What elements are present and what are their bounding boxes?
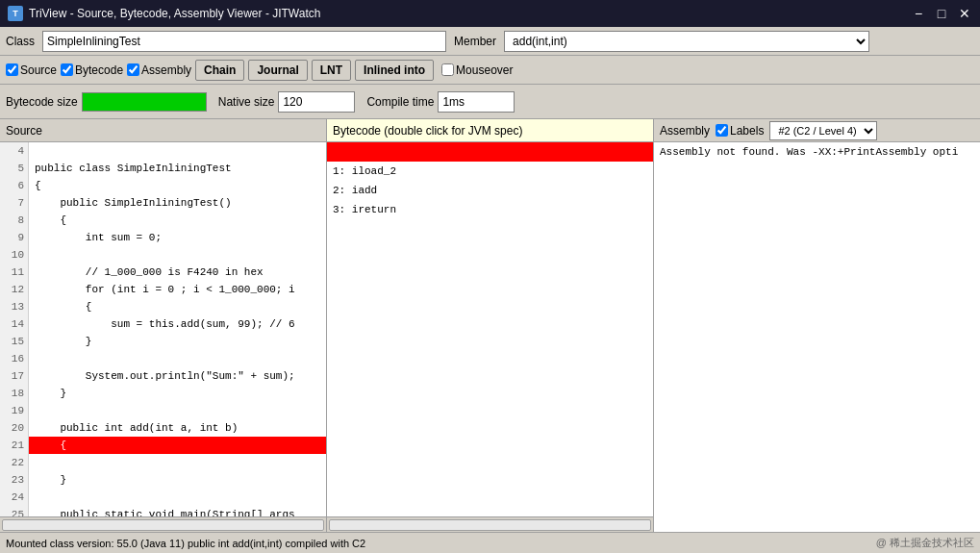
bytecode-size-bar — [83, 93, 206, 111]
source-line[interactable]: 11 // 1_000_000 is F4240 in hex — [0, 264, 326, 281]
source-line[interactable]: 15 } — [0, 333, 326, 350]
bytecode-label: Bytecode — [75, 63, 123, 77]
line-code: } — [29, 471, 66, 489]
title-bar-left: T TriView - Source, Bytecode, Assembly V… — [8, 6, 320, 21]
bytecode-header: Bytecode (double click for JVM spec) — [327, 119, 653, 142]
maximize-button[interactable]: □ — [934, 6, 949, 21]
source-h-scrollbar[interactable] — [0, 516, 326, 532]
line-code — [29, 246, 35, 264]
compile-time-input[interactable] — [438, 91, 515, 113]
line-number: 7 — [0, 194, 29, 212]
line-number: 19 — [0, 402, 29, 419]
source-line[interactable]: 18 } — [0, 385, 326, 402]
labels-checkbox-group: Labels — [716, 124, 764, 138]
line-number: 12 — [0, 281, 29, 298]
native-size-label: Native size — [218, 95, 275, 109]
labels-label: Labels — [730, 124, 764, 138]
source-line[interactable]: 10 — [0, 246, 326, 264]
bytecode-size-group: Bytecode size — [6, 92, 207, 112]
minimize-button[interactable]: − — [911, 6, 926, 21]
line-code: { — [29, 298, 91, 315]
source-line[interactable]: 12 for (int i = 0 ; i < 1_000_000; i — [0, 281, 326, 298]
line-number: 16 — [0, 350, 29, 367]
line-number: 22 — [0, 454, 29, 471]
source-line[interactable]: 14 sum = this.add(sum, 99); // 6 — [0, 315, 326, 333]
line-number: 15 — [0, 333, 29, 350]
bytecode-h-scrollbar[interactable] — [327, 516, 653, 532]
native-size-input[interactable] — [278, 91, 355, 113]
source-line[interactable]: 24 — [0, 489, 326, 506]
assembly-text: Assembly not found. Was -XX:+PrintAssemb… — [660, 146, 958, 158]
line-number: 25 — [0, 506, 29, 516]
line-code: System.out.println("Sum:" + sum); — [29, 367, 295, 385]
line-code: public int add(int a, int b) — [29, 419, 238, 437]
source-h-scrollbar-track — [2, 519, 324, 531]
line-number: 14 — [0, 315, 29, 333]
line-code: { — [29, 437, 66, 454]
source-line[interactable]: 8 { — [0, 212, 326, 229]
source-line[interactable]: 7 public SimpleInliningTest() — [0, 194, 326, 212]
source-line[interactable]: 22 — [0, 454, 326, 471]
level-select[interactable]: #2 (C2 / Level 4) — [769, 121, 877, 140]
bytecode-line[interactable] — [327, 142, 653, 162]
assembly-checkbox[interactable] — [127, 63, 139, 76]
source-checkbox-group: Source — [6, 63, 57, 77]
bytecode-line[interactable]: 3: ireturn — [327, 200, 653, 219]
native-size-group: Native size — [218, 91, 356, 113]
line-number: 13 — [0, 298, 29, 315]
source-line[interactable]: 23 } — [0, 471, 326, 489]
source-line[interactable]: 13 { — [0, 298, 326, 315]
class-label: Class — [6, 35, 35, 48]
bytecode-checkbox[interactable] — [61, 63, 73, 76]
line-code: int sum = 0; — [29, 229, 162, 246]
source-content[interactable]: 45public class SimpleInliningTest6{7 pub… — [0, 142, 326, 516]
line-number: 10 — [0, 246, 29, 264]
bytecode-content[interactable]: 1: iload_22: iadd3: ireturn — [327, 142, 653, 516]
source-header: Source — [0, 119, 326, 142]
assembly-content[interactable]: Assembly not found. Was -XX:+PrintAssemb… — [654, 142, 980, 532]
source-line[interactable]: 9 int sum = 0; — [0, 229, 326, 246]
bytecode-line[interactable]: 2: iadd — [327, 181, 653, 200]
source-label: Source — [20, 63, 57, 77]
class-input[interactable] — [42, 31, 446, 52]
status-bar: Mounted class version: 55.0 (Java 11) pu… — [0, 532, 980, 553]
bytecode-size-label: Bytecode size — [6, 95, 78, 109]
source-panel-inner: 45public class SimpleInliningTest6{7 pub… — [0, 142, 326, 516]
chain-button[interactable]: Chain — [195, 60, 244, 81]
member-label: Member — [454, 35, 496, 48]
source-line[interactable]: 20 public int add(int a, int b) — [0, 419, 326, 437]
bytecode-size-bar-container — [82, 92, 207, 112]
line-number: 18 — [0, 385, 29, 402]
source-line[interactable]: 6{ — [0, 177, 326, 194]
line-code: sum = this.add(sum, 99); // 6 — [29, 315, 295, 333]
line-number: 20 — [0, 419, 29, 437]
source-line[interactable]: 16 — [0, 350, 326, 367]
source-line[interactable]: 21 { — [0, 437, 326, 454]
source-line[interactable]: 4 — [0, 142, 326, 160]
metrics-row: Bytecode size Native size Compile time — [0, 85, 980, 119]
source-line[interactable]: 5public class SimpleInliningTest — [0, 160, 326, 177]
source-line[interactable]: 19 — [0, 402, 326, 419]
line-number: 5 — [0, 160, 29, 177]
inlined-button[interactable]: Inlined into — [355, 60, 434, 81]
line-code — [29, 402, 35, 419]
assembly-panel: Assembly Labels #2 (C2 / Level 4) Assemb… — [654, 119, 980, 532]
line-number: 17 — [0, 367, 29, 385]
mouseover-checkbox[interactable] — [441, 63, 454, 76]
source-line[interactable]: 17 System.out.println("Sum:" + sum); — [0, 367, 326, 385]
line-code — [29, 454, 35, 471]
labels-checkbox[interactable] — [716, 124, 728, 137]
bytecode-line[interactable]: 1: iload_2 — [327, 162, 653, 181]
window-controls: − □ ✕ — [911, 6, 972, 21]
mouseover-label: Mouseover — [456, 63, 513, 77]
line-code: } — [29, 333, 91, 350]
member-select[interactable]: add(int,int) — [504, 31, 869, 52]
title-text: TriView - Source, Bytecode, Assembly Vie… — [29, 7, 320, 20]
line-code: { — [29, 177, 41, 194]
line-code: public SimpleInliningTest() — [29, 194, 232, 212]
source-line[interactable]: 25 public static void main(String[] args — [0, 506, 326, 516]
source-checkbox[interactable] — [6, 63, 18, 76]
lnt-button[interactable]: LNT — [312, 60, 351, 81]
close-button[interactable]: ✕ — [957, 6, 972, 21]
journal-button[interactable]: Journal — [248, 60, 307, 81]
